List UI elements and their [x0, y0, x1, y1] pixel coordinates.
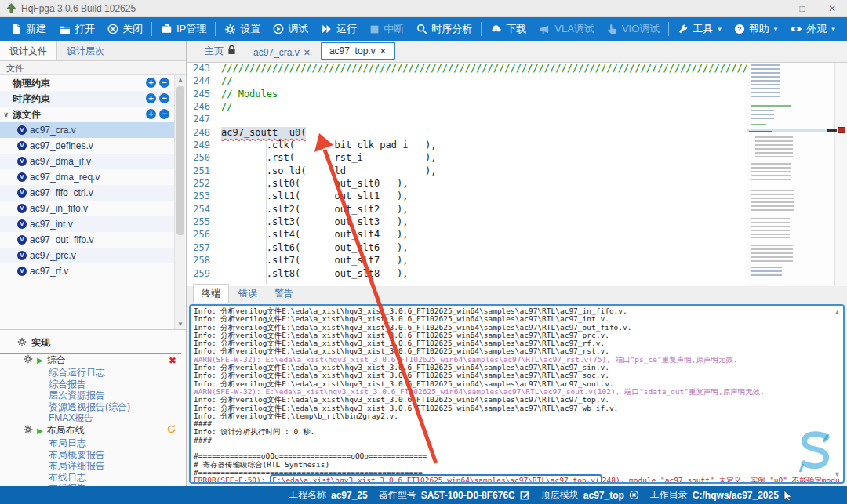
file-tree-scrollbar[interactable]: ▲ ▼: [174, 75, 185, 329]
run-button[interactable]: 运行: [314, 17, 363, 41]
tree-category[interactable]: 时序约束+−: [0, 91, 174, 107]
close-button[interactable]: ✕: [817, 0, 847, 17]
flow-report-link[interactable]: 布线日志: [0, 472, 186, 484]
flow-group-label: 布局布线: [47, 424, 85, 437]
file-name: ac97_cra.v: [30, 125, 76, 136]
console-tab-terminal[interactable]: 终端: [193, 284, 229, 303]
close-tab-icon[interactable]: ✕: [304, 48, 311, 58]
maximize-button[interactable]: □: [787, 0, 817, 17]
minimize-button[interactable]: —: [758, 0, 787, 17]
verilog-file-icon: V: [17, 188, 27, 198]
error-path-box[interactable]: E:\eda\a_xist\hqv3_xist_3.0.6_FT102625_w…: [270, 474, 602, 484]
flow-report-link[interactable]: 资源透视报告(综合): [0, 401, 186, 413]
add-file-button[interactable]: +: [146, 109, 156, 119]
close-tab-icon[interactable]: ✕: [380, 46, 387, 56]
remove-file-button[interactable]: −: [159, 109, 169, 119]
code-line: 258 .slt7( out_slt7 ),: [187, 255, 747, 267]
settings-button[interactable]: 设置: [218, 17, 267, 41]
line-number: 259: [187, 268, 221, 281]
remove-file-button[interactable]: −: [159, 93, 169, 103]
line-number: 258: [187, 255, 221, 267]
file-name: ac97_out_fifo.v: [30, 234, 93, 245]
flow-report-link[interactable]: 层次资源报告: [0, 390, 186, 401]
minimap[interactable]: [747, 63, 834, 286]
scrollbar-thumb[interactable]: [176, 86, 184, 235]
file-item[interactable]: Vac97_rf.v: [0, 263, 174, 279]
console-scroll-down-icon[interactable]: ▼: [834, 470, 841, 478]
flow-group-综合[interactable]: ▶综合✖: [0, 354, 186, 367]
file-item[interactable]: Vac97_in_fifo.v: [0, 201, 174, 216]
file-name: ac97_dma_if.v: [30, 156, 91, 167]
download-button[interactable]: 下载: [484, 17, 533, 41]
appearance-button[interactable]: 外观▾: [783, 17, 842, 41]
close-button[interactable]: 关闭: [101, 17, 149, 41]
mouse-cursor: [783, 490, 793, 501]
console-output[interactable]: Info: 分析verilog文件E:\eda\a_xist\hqv3_xist…: [189, 304, 845, 484]
top-module-name: ac97_top: [583, 490, 624, 501]
tree-category[interactable]: 物理约束+−: [0, 75, 174, 91]
file-item[interactable]: Vac97_cra.v: [0, 122, 174, 138]
sidebar-tab-design-files[interactable]: 设计文件: [0, 41, 57, 60]
code-line: 244//: [187, 75, 747, 88]
add-file-button[interactable]: +: [146, 93, 156, 103]
scroll-down-icon[interactable]: ▼: [175, 320, 186, 329]
sidebar-tab-design-hierarchy[interactable]: 设计层次: [57, 41, 114, 60]
debug-button[interactable]: 调试: [267, 17, 314, 41]
timing-analysis-button[interactable]: 时序分析: [410, 17, 478, 41]
code-text: .so_ld( ld ),: [221, 165, 437, 178]
console-scroll-up-icon[interactable]: ▲: [834, 308, 841, 316]
console-tab-errors[interactable]: 错误: [231, 285, 265, 303]
chevron-down-icon: ▾: [718, 25, 722, 33]
code-text: .slt2( out_slt2 ),: [221, 204, 408, 216]
editor-tab-label: 主页: [205, 45, 224, 58]
code-area[interactable]: 243/////////////////////////////////////…: [187, 63, 747, 286]
flow-report-link[interactable]: 综合运行日志: [0, 367, 186, 379]
tree-category-label: 时序约束: [13, 92, 50, 106]
file-item[interactable]: Vac97_int.v: [0, 216, 174, 232]
top-module-label: 顶层模块: [541, 488, 579, 502]
code-text: .slt1( out_slt1 ),: [221, 190, 408, 203]
scroll-up-icon[interactable]: ▲: [175, 75, 186, 85]
add-file-button[interactable]: +: [146, 78, 156, 88]
file-item[interactable]: Vac97_out_fifo.v: [0, 232, 174, 248]
file-item[interactable]: Vac97_defines.v: [0, 138, 174, 154]
editor-tab-ac97_top[interactable]: ac97_top.v✕: [321, 42, 395, 60]
line-number: 251: [187, 165, 221, 178]
code-line: 243/////////////////////////////////////…: [187, 63, 747, 75]
top-module-icon[interactable]: [629, 490, 639, 500]
new-button[interactable]: 新建: [5, 17, 53, 41]
console-tab-warnings[interactable]: 警告: [267, 285, 301, 303]
file-item[interactable]: Vac97_dma_if.v: [0, 154, 174, 169]
code-text: .slt7( out_slt7 ),: [221, 255, 408, 267]
tree-category[interactable]: ∨源文件+−: [0, 107, 174, 122]
tree-category-label: 源文件: [13, 108, 41, 121]
flow-report-link[interactable]: 布局日志: [0, 437, 186, 449]
verilog-file-icon: V: [17, 251, 27, 260]
flow-group-布局布线[interactable]: ▶布局布线: [0, 424, 186, 437]
help-button[interactable]: ?帮助▾: [728, 17, 784, 41]
line-number: 246: [187, 101, 221, 114]
tools-button[interactable]: 工具▾: [671, 17, 728, 41]
code-line: 257 .slt6( out_slt6 ),: [187, 242, 747, 255]
editor-tab-ac97_cra[interactable]: ac97_cra.v✕: [246, 45, 318, 60]
file-item[interactable]: Vac97_fifo_ctrl.v: [0, 185, 174, 201]
ip-manage-button[interactable]: IP管理: [154, 17, 213, 41]
editor-tab-home[interactable]: 主页: [198, 42, 243, 60]
flow-report-link[interactable]: FMAX报告: [0, 412, 186, 424]
flow-report-link[interactable]: 布局概要报告: [0, 449, 186, 461]
flow-report-link[interactable]: 综合报告: [0, 379, 186, 390]
new-label: 新建: [26, 22, 46, 36]
editor-scrollbar[interactable]: [834, 63, 847, 286]
gear-icon: [17, 337, 27, 349]
vla-debug-label: VLA调试: [554, 22, 594, 36]
flow-report-link[interactable]: 布局详细报告: [0, 460, 186, 472]
code-line: 252 .slt0( out_slt0 ),: [187, 178, 747, 190]
file-item[interactable]: Vac97_dma_req.v: [0, 169, 174, 185]
run-icon: [321, 24, 333, 34]
error-marker[interactable]: [838, 127, 845, 133]
open-button[interactable]: 打开: [53, 17, 101, 41]
edit-device-icon[interactable]: [520, 490, 530, 500]
line-number: 252: [187, 178, 221, 190]
remove-file-button[interactable]: −: [159, 78, 169, 88]
file-item[interactable]: Vac97_prc.v: [0, 248, 174, 263]
